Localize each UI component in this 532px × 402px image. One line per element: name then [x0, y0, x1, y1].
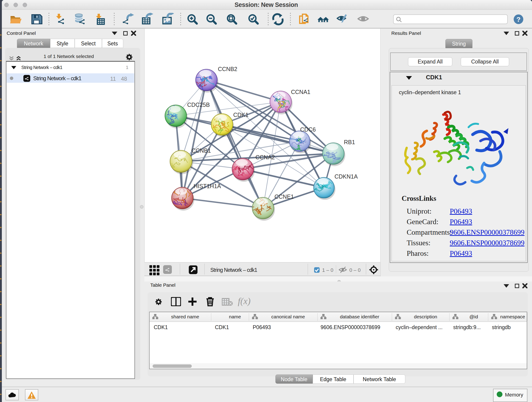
svg-text:HIST1H1A: HIST1H1A: [194, 183, 221, 189]
svg-text:CCNB2: CCNB2: [218, 66, 237, 72]
svg-text:CCNE1: CCNE1: [274, 193, 294, 200]
svg-text:?: ?: [516, 16, 520, 23]
svg-text:CCNB1: CCNB1: [191, 147, 211, 154]
svg-text:CDC25B: CDC25B: [187, 102, 210, 108]
svg-text:CDC6: CDC6: [300, 126, 316, 133]
svg-text:RB1: RB1: [344, 139, 355, 145]
svg-text:CDKN1A: CDKN1A: [335, 173, 358, 180]
svg-text:CCNA2: CCNA2: [255, 154, 275, 160]
svg-text:CCNA1: CCNA1: [291, 89, 310, 95]
svg-text:CDK1: CDK1: [233, 112, 249, 118]
